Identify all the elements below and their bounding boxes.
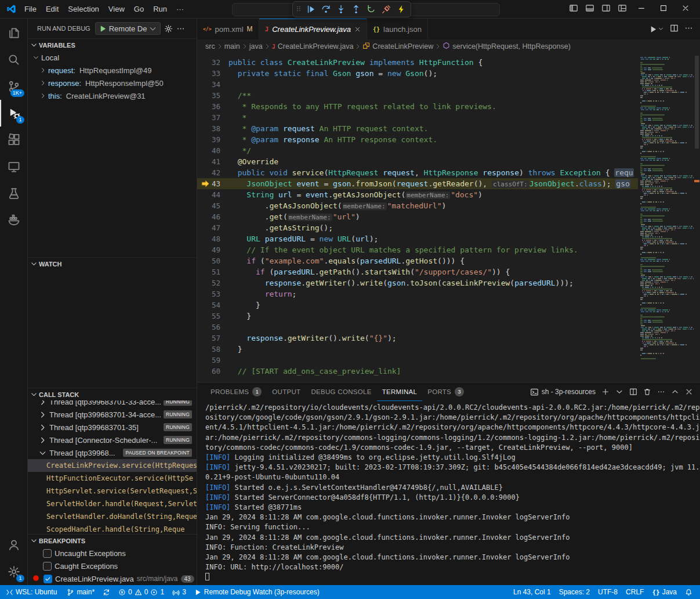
terminal-output[interactable]: /pierrick/.m2/repository/io/cloudevents/… — [197, 401, 700, 585]
breadcrumb-item[interactable]: java — [249, 42, 263, 50]
variable-row[interactable]: request:HttpRequestImpl@49 — [28, 64, 197, 77]
sidebar-more-actions[interactable] — [176, 24, 185, 33]
kill-terminal-button[interactable] — [643, 388, 651, 396]
gutter-line-39[interactable]: 39 — [197, 134, 229, 145]
variable-row[interactable]: response:HttpResponseImpl@50 — [28, 77, 197, 89]
new-terminal-button[interactable] — [601, 388, 610, 396]
callstack-thread[interactable]: Thread [qtp399683701-35]RUNNING — [28, 421, 197, 434]
status-encoding[interactable]: UTF-8 — [594, 585, 622, 599]
step-over-button[interactable] — [318, 2, 333, 16]
code-line-47[interactable]: 47 .getAsString(); — [197, 222, 638, 233]
gutter-line-43[interactable]: 43 — [197, 178, 229, 189]
close-panel-button[interactable] — [685, 388, 693, 396]
gutter-line-44[interactable]: 44 — [197, 189, 229, 200]
callstack-thread[interactable]: Thread [Connector-Scheduler-...RUNNING — [28, 434, 197, 446]
activity-explorer[interactable] — [0, 20, 27, 46]
gutter-line-35[interactable]: 35 — [197, 90, 229, 101]
panel-more-actions[interactable] — [657, 388, 665, 396]
activity-extensions[interactable] — [0, 127, 27, 153]
panel-tab-debug-console[interactable]: DEBUG CONSOLE — [306, 383, 376, 401]
breakpoint-checkbox[interactable] — [43, 562, 52, 571]
code-line-36[interactable]: 36 * Responds to any HTTP request relate… — [197, 101, 638, 112]
step-out-button[interactable] — [349, 2, 363, 16]
minimize-button[interactable] — [634, 4, 649, 14]
gutter-line-33[interactable]: 33 — [197, 68, 229, 79]
status-ports[interactable]: 3 — [168, 585, 190, 599]
breakpoint-checkbox[interactable] — [43, 549, 52, 558]
gutter-line-50[interactable]: 50 — [197, 255, 229, 266]
close-tab-button[interactable] — [354, 26, 361, 33]
gutter-line-37[interactable]: 37 — [197, 112, 229, 123]
minimap[interactable] — [638, 53, 694, 382]
gutter-line-45[interactable]: 45 — [197, 200, 229, 211]
code-line-51[interactable]: 51 if (parsedURL.getPath().startsWith("/… — [197, 266, 638, 277]
callstack-frame[interactable]: ServletHolder.handle(Request,Servlet — [28, 497, 197, 510]
terminal-dropdown-button[interactable] — [615, 388, 623, 396]
menu-go[interactable]: Go — [129, 3, 148, 16]
gutter-line-42[interactable]: 42 — [197, 167, 229, 178]
debug-gear-button[interactable] — [164, 24, 173, 33]
status-language-mode[interactable]: {}Java — [648, 585, 681, 599]
disconnect-button[interactable] — [379, 2, 393, 16]
code-line-35[interactable]: 35 /** — [197, 90, 638, 101]
activity-docker[interactable] — [0, 207, 27, 233]
layout-sidebar-left-toggle[interactable] — [569, 3, 578, 15]
callstack-thread[interactable]: Thread [qtp399683701-34-acce...RUNNING — [28, 408, 197, 421]
code-line-56[interactable]: 56 — [197, 322, 638, 333]
maximize-button[interactable] — [656, 4, 671, 14]
menu-file[interactable]: File — [20, 3, 41, 16]
activity-search[interactable] — [0, 46, 27, 73]
code-line-33[interactable]: 33 private static final Gson gson = new … — [197, 68, 638, 79]
gutter-line-53[interactable]: 53 — [197, 288, 229, 300]
run-file-button[interactable] — [649, 25, 664, 34]
breakpoint-row[interactable]: Uncaught Exceptions — [28, 547, 197, 560]
callstack-frame[interactable]: CreateLinkPreview.service(HttpReques — [28, 459, 197, 472]
gutter-line-48[interactable]: 48 — [197, 233, 229, 244]
gutter-line-36[interactable]: 36 — [197, 101, 229, 112]
layout-sidebar-right-toggle[interactable] — [601, 3, 611, 15]
code-line-48[interactable]: 48 URL parsedURL = new URL(url); — [197, 233, 638, 244]
menu-edit[interactable]: Edit — [41, 3, 63, 16]
gutter-line-55[interactable]: 55 — [197, 311, 229, 322]
breadcrumb-item[interactable]: JCreateLinkPreview.java — [272, 42, 354, 50]
status-notifications[interactable] — [681, 585, 697, 599]
gutter-line-51[interactable]: 51 — [197, 266, 229, 277]
close-window-button[interactable] — [678, 4, 693, 14]
panel-tab-terminal[interactable]: TERMINAL — [377, 383, 423, 401]
debug-toolbar-grip[interactable] — [295, 5, 303, 15]
scrollbar-thumb[interactable] — [695, 56, 699, 149]
status-cursor-position[interactable]: Ln 43, Col 1 — [509, 585, 555, 599]
call-stack-header[interactable]: CALL STACK — [28, 388, 197, 400]
step-into-button[interactable] — [333, 2, 348, 16]
tab-CreateLinkPreview.java[interactable]: JCreateLinkPreview.java — [259, 19, 367, 39]
breadcrumb-item[interactable]: src — [205, 42, 215, 50]
callstack-thread[interactable]: Thread [qtp399683701-33-acce...RUNNING — [28, 400, 197, 408]
code-line-57[interactable]: 57 response.getWriter().write("{}"); — [197, 333, 638, 344]
gutter-line-38[interactable]: 38 — [197, 123, 229, 134]
code-line-46[interactable]: 46 .get(memberName:"url") — [197, 211, 638, 222]
code-line-49[interactable]: 49 // If the event object URL matches a … — [197, 244, 638, 255]
gutter-line-58[interactable]: 58 — [197, 344, 229, 355]
code-line-34[interactable]: 34 — [197, 79, 638, 90]
editor-more-actions[interactable] — [684, 24, 693, 34]
status-git-branch[interactable]: main* — [63, 585, 99, 599]
panel-tab-ports[interactable]: PORTS3 — [422, 383, 469, 401]
code-line-59[interactable]: 59 — [197, 355, 638, 366]
code-line-42[interactable]: 42 public void service(HttpRequest reque… — [197, 167, 638, 178]
menu-view[interactable]: View — [104, 3, 129, 16]
editor-scrollbar[interactable] — [694, 53, 700, 382]
breakpoints-header[interactable]: BREAKPOINTS — [28, 534, 197, 547]
panel-tab-problems[interactable]: PROBLEMS1 — [205, 383, 267, 401]
code-line-50[interactable]: 50 if ("example.com".equals(parsedURL.ge… — [197, 255, 638, 266]
callstack-frame[interactable]: HttpServlet.service(ServletRequest,S — [28, 485, 197, 497]
gutter-line-41[interactable]: 41 — [197, 156, 229, 167]
activity-source-control[interactable]: 1K+ — [0, 73, 27, 100]
status-problems[interactable]: 001 — [114, 585, 168, 599]
code-line-60[interactable]: 60 // [START add_ons_case_preview_link] — [197, 366, 638, 377]
callstack-frame[interactable]: HttpFunctionExecutor.service(HttpSe — [28, 472, 197, 485]
gutter-line-46[interactable]: 46 — [197, 211, 229, 222]
restart-button[interactable] — [364, 2, 378, 16]
gutter-line-57[interactable]: 57 — [197, 333, 229, 344]
activity-run-and-debug[interactable]: 1 — [0, 100, 27, 127]
breakpoint-checkbox[interactable] — [43, 575, 52, 583]
